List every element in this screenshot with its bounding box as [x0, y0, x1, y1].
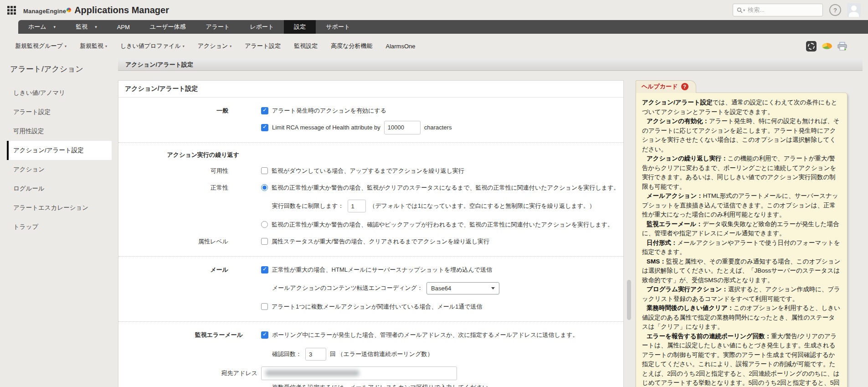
sidebar-item-label: アラートエスカレーション — [13, 204, 88, 211]
sidebar-title: アラート/アクション — [10, 64, 118, 74]
row-availability: 可用性 監視がダウンしている場合、アップするまでアクションを繰り返し実行 — [118, 162, 623, 179]
sidebar-item[interactable]: アクション/アラート設定 — [7, 141, 112, 160]
logo[interactable]: ManageEngine Applications Manager — [23, 5, 169, 15]
help-card-title: ヘルプカード — [642, 83, 678, 91]
confirm-count-input[interactable] — [305, 348, 326, 361]
row-exec-limit: 実行回数をに制限します： （デフォルトでは1になっています。空白にすると無制限に… — [118, 196, 623, 216]
availability-repeat-checkbox[interactable] — [261, 167, 268, 174]
help-item-term: エラーを報告する前の連続ポーリング回数： — [647, 333, 771, 340]
sidebar-item-label: 可用性設定 — [13, 128, 44, 134]
toolbar-item-label: しきい値プロファイル — [120, 42, 181, 50]
primary-nav: ホーム ▾ 監視 ▾ APM ユーザー体感 アラート — [18, 20, 868, 34]
nav-tab[interactable]: 監視 ▾ — [66, 20, 107, 34]
health-until-ack-radio[interactable] — [261, 221, 268, 228]
help-item: SMS：監視と属性や、その重要度のみ通知する場合、このオプションは選択解除してく… — [642, 257, 841, 285]
row-confirm-count: 確認回数： 回 （エラー送信前連続ポーリング数） — [118, 343, 623, 365]
sidebar-item[interactable]: 可用性設定 — [0, 122, 118, 141]
rca-limit-input[interactable] — [384, 121, 421, 134]
chevron-down-icon: ▾ — [105, 44, 107, 48]
sidebar-item[interactable]: アクション — [0, 160, 118, 179]
toolbar-item-label: 新規監視グループ — [15, 42, 63, 50]
chevron-down-icon: ▾ — [183, 44, 185, 48]
printer-icon[interactable] — [837, 42, 847, 51]
row-recipient-note: 複数受信者を設定するには、メールアドレスをカンマ区切りで入力してください。 — [118, 382, 623, 387]
exec-limit-label: 実行回数をに制限します： — [272, 202, 344, 210]
nav-tab[interactable]: レポート — [240, 20, 284, 34]
attribute-repeat-checkbox[interactable] — [261, 238, 268, 245]
toolbar-item[interactable]: アラート設定 — [245, 42, 281, 50]
encoding-select[interactable]: Base64 — [426, 282, 499, 294]
search-input[interactable]: ▾ 検索... — [733, 4, 823, 16]
help-item-desc: 監視と属性や、その重要度のみ通知する場合、このオプションは選択解除してください。… — [642, 258, 841, 284]
sidebar-item[interactable]: しきい値/アノマリ — [0, 83, 118, 103]
recipient-input[interactable] — [261, 366, 457, 380]
help-card-body: アクション/アラート設定では、通常の設定にくわえて次の条件にもとづいてアクション… — [636, 93, 847, 387]
toolbar-item-label: 新規監視 — [80, 42, 103, 50]
row-rca-limit: Limit RCA message of Health attribute by… — [118, 119, 623, 136]
nav-tab[interactable]: アラート — [195, 20, 240, 34]
pie-chart-icon[interactable] — [822, 41, 832, 52]
row-repeat-title: アクション実行の繰り返す — [118, 147, 623, 162]
repeat-section-label: アクション実行の繰り返す — [118, 151, 261, 159]
toolbar-item[interactable]: 新規監視グループ ▾ — [15, 42, 67, 50]
enable-actions-text: アラート発生時のアクションを有効にする — [272, 107, 386, 115]
toolbar-item[interactable]: アクション ▾ — [198, 42, 232, 50]
search-placeholder: 検索... — [748, 6, 765, 14]
nav-tab[interactable]: APM — [107, 20, 140, 34]
chevron-down-icon[interactable]: ▾ — [54, 25, 56, 29]
help-item: アクションの繰り返し実行：この機能の利用で、アラートが重大/警告からクリアに変わ… — [642, 154, 841, 191]
nav-tab[interactable]: 設定 — [284, 20, 316, 34]
refresh-icon[interactable] — [806, 41, 817, 52]
toolbar-item[interactable]: しきい値プロファイル ▾ — [120, 42, 185, 50]
content-scrollbar[interactable] — [627, 80, 632, 381]
toolbar-item[interactable]: 新規監視 ▾ — [80, 42, 107, 50]
sidebar-item-label: アクション/アラート設定 — [13, 147, 84, 154]
brand-name: ManageEngine — [23, 8, 66, 15]
search-icon[interactable]: ▾ — [737, 7, 745, 13]
help-icon[interactable]: ? — [829, 4, 841, 16]
help-item-term: SMS： — [647, 258, 666, 265]
toolbar-item[interactable]: AlarmsOne — [386, 43, 416, 50]
sidebar-item[interactable]: アラートエスカレーション — [0, 198, 118, 217]
recipient-label: 宛先アドレス — [118, 369, 261, 377]
help-item: 監視エラーメール：データ収集失敗など致命的エラーが発生した場合に、管理者や指定ア… — [642, 220, 841, 238]
error-mail-checkbox[interactable] — [261, 331, 268, 339]
mail-single-checkbox[interactable] — [261, 303, 268, 310]
chevron-down-icon[interactable]: ▾ — [95, 25, 97, 29]
nav-tab[interactable]: サポート — [316, 20, 360, 34]
sidebar-item[interactable]: アラート設定 — [0, 103, 118, 122]
mail-snapshot-checkbox[interactable] — [261, 266, 268, 273]
app-grid-icon[interactable] — [7, 6, 16, 15]
help-item-term: メールアクション： — [647, 192, 703, 199]
confirm-count-label: 確認回数： — [272, 350, 302, 358]
nav-tab[interactable]: ユーザー体感 — [140, 20, 196, 34]
toolbar-item[interactable]: 監視設定 — [294, 42, 318, 50]
help-question-icon[interactable]: ? — [681, 83, 688, 90]
help-item: メールアクション：HTML形式のアラートメールに、サーバースナップショットを直接… — [642, 191, 841, 220]
toolbar-item-label: 高度な分析機能 — [331, 42, 372, 50]
sidebar-item[interactable]: ログルール — [0, 179, 118, 198]
scrollbar-thumb[interactable] — [627, 280, 631, 320]
row-enable-actions: 一般 アラート発生時のアクションを有効にする — [118, 102, 623, 119]
exec-limit-note: （デフォルトでは1になっています。空白にすると無制限に実行を繰り返します。） — [370, 202, 596, 210]
sidebar-item[interactable]: トラップ — [0, 217, 118, 237]
chevron-down-icon — [491, 287, 495, 289]
health-until-ack-text: 監視の正常性が重大か警告の場合、確認やピックアップが行われるまで、監視の正常性に… — [272, 221, 613, 229]
toolbar-item[interactable]: 高度な分析機能 — [331, 42, 372, 50]
enable-actions-checkbox[interactable] — [261, 107, 268, 114]
nav-tab-label: ホーム — [28, 23, 46, 31]
row-recipient: 宛先アドレス — [118, 365, 623, 382]
mail-snapshot-text: 正常性が重大の場合、HTMLメールにサーバースナップショットを埋め込んで送信 — [272, 266, 492, 274]
health-until-clear-radio[interactable] — [261, 184, 268, 191]
rca-limit-checkbox[interactable] — [261, 124, 268, 131]
availability-label: 可用性 — [118, 167, 261, 175]
general-label: 一般 — [118, 107, 261, 115]
nav-tab-label: APM — [117, 24, 130, 31]
exec-limit-input[interactable] — [348, 200, 366, 212]
search-scope-caret-icon[interactable]: ▾ — [743, 8, 745, 12]
nav-tab[interactable]: ホーム ▾ — [18, 20, 66, 34]
row-health-radio1: 正常性 監視の正常性が重大か警告の場合、監視がクリアのステータスになるまで、監視… — [118, 179, 623, 196]
chevron-down-icon: ▾ — [65, 44, 67, 48]
user-avatar[interactable] — [847, 3, 861, 17]
help-item: 業務時間後のしきい値クリア：このオプションを利用すると、しきい値設定のある属性で… — [642, 304, 841, 332]
